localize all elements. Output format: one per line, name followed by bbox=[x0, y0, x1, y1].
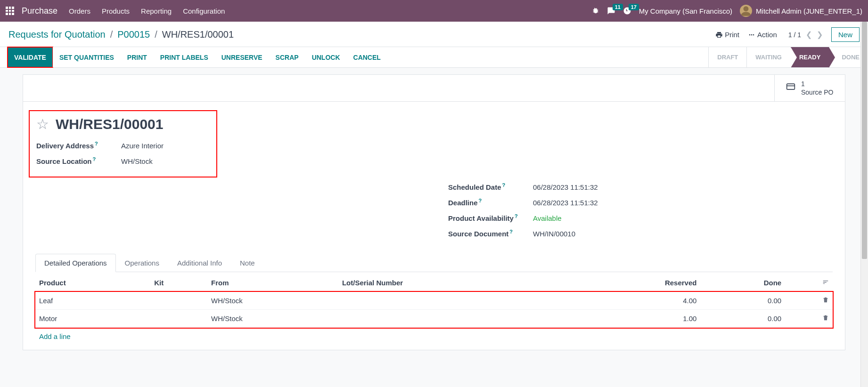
cell-reserved[interactable]: 1.00 bbox=[568, 310, 701, 328]
cell-from[interactable]: WH/Stock bbox=[207, 310, 338, 328]
tabs: Detailed Operations Operations Additiona… bbox=[35, 254, 833, 272]
add-line-button[interactable]: Add a line bbox=[35, 328, 833, 346]
cell-done[interactable]: 0.00 bbox=[700, 292, 785, 310]
pager-count[interactable]: 1 / 1 bbox=[788, 31, 801, 39]
breadcrumb: Requests for Quotation / P00015 / WH/RES… bbox=[8, 29, 234, 40]
operations-table: Product Kit From Lot/Serial Number Reser… bbox=[35, 274, 833, 345]
pager-prev[interactable]: ❮ bbox=[806, 30, 812, 39]
unlock-button[interactable]: Unlock bbox=[305, 47, 347, 67]
table-row[interactable]: Leaf WH/Stock 4.00 0.00 bbox=[35, 292, 833, 310]
actionbar: Validate Set Quantities Print Print Labe… bbox=[0, 47, 868, 68]
source-doc-label: Source Document bbox=[448, 230, 508, 238]
print-button[interactable]: Print bbox=[121, 47, 154, 67]
form-card: 1 Source PO ☆ WH/RES1/00001 Delivery Add… bbox=[23, 74, 845, 350]
stage-ready[interactable]: Ready bbox=[790, 47, 829, 67]
menu-reporting[interactable]: Reporting bbox=[141, 7, 172, 15]
help-icon[interactable]: ? bbox=[509, 229, 513, 234]
delete-row-icon[interactable] bbox=[822, 297, 829, 305]
messages-icon[interactable]: 11 bbox=[607, 7, 615, 15]
table-row[interactable]: Motor WH/Stock 1.00 0.00 bbox=[35, 310, 833, 328]
cell-from[interactable]: WH/Stock bbox=[207, 292, 338, 310]
credit-card-icon bbox=[785, 82, 796, 94]
help-icon[interactable]: ? bbox=[515, 213, 518, 219]
columns-settings-icon[interactable] bbox=[785, 274, 833, 292]
smart-buttons: 1 Source PO bbox=[23, 75, 845, 102]
tab-additional-info[interactable]: Additional Info bbox=[168, 254, 231, 272]
col-done[interactable]: Done bbox=[700, 274, 785, 292]
cell-done[interactable]: 0.00 bbox=[700, 310, 785, 328]
content: 1 Source PO ☆ WH/RES1/00001 Delivery Add… bbox=[0, 68, 868, 362]
print-labels-button[interactable]: Print Labels bbox=[154, 47, 215, 67]
print-menu[interactable]: Print bbox=[715, 31, 739, 39]
deadline-value: 06/28/2023 11:51:32 bbox=[533, 199, 598, 207]
cancel-button[interactable]: Cancel bbox=[347, 47, 387, 67]
toolbar: Requests for Quotation / P00015 / WH/RES… bbox=[0, 22, 868, 47]
stage-waiting[interactable]: Waiting bbox=[746, 47, 790, 67]
menu-orders[interactable]: Orders bbox=[69, 7, 90, 15]
cell-kit[interactable] bbox=[150, 292, 207, 310]
source-po-label: Source PO bbox=[801, 88, 833, 97]
scheduled-date-label: Scheduled Date bbox=[448, 183, 501, 191]
messages-badge: 11 bbox=[613, 4, 623, 10]
user-name: Mitchell Admin (JUNE_ENTER_1) bbox=[756, 7, 862, 15]
source-po-button[interactable]: 1 Source PO bbox=[774, 75, 845, 101]
tab-operations[interactable]: Operations bbox=[116, 254, 168, 272]
scheduled-date-value[interactable]: 06/28/2023 11:51:32 bbox=[533, 183, 598, 191]
svg-rect-1 bbox=[787, 84, 795, 89]
col-lot[interactable]: Lot/Serial Number bbox=[338, 274, 568, 292]
tab-detailed-operations[interactable]: Detailed Operations bbox=[35, 254, 116, 272]
delivery-address-value[interactable]: Azure Interior bbox=[121, 142, 164, 150]
breadcrumb-mid[interactable]: P00015 bbox=[117, 29, 150, 40]
cell-product[interactable]: Leaf bbox=[35, 292, 150, 310]
new-button[interactable]: New bbox=[831, 27, 860, 42]
help-icon[interactable]: ? bbox=[93, 156, 96, 162]
scrollbar[interactable] bbox=[860, 22, 868, 362]
cell-kit[interactable] bbox=[150, 310, 207, 328]
col-from[interactable]: From bbox=[207, 274, 338, 292]
availability-label: Product Availability bbox=[448, 214, 514, 222]
stage-draft[interactable]: Draft bbox=[708, 47, 746, 67]
tab-note[interactable]: Note bbox=[231, 254, 264, 272]
cell-reserved[interactable]: 4.00 bbox=[568, 292, 701, 310]
availability-value: Available bbox=[533, 214, 562, 222]
cell-product[interactable]: Motor bbox=[35, 310, 150, 328]
menu-configuration[interactable]: Configuration bbox=[183, 7, 225, 15]
svg-point-0 bbox=[744, 6, 749, 11]
help-icon[interactable]: ? bbox=[95, 141, 98, 146]
activities-badge: 17 bbox=[629, 4, 639, 10]
pager-next[interactable]: ❯ bbox=[817, 30, 823, 39]
action-menu[interactable]: Action bbox=[748, 31, 777, 39]
validate-button[interactable]: Validate bbox=[8, 47, 53, 67]
help-icon[interactable]: ? bbox=[502, 182, 506, 188]
avatar bbox=[740, 5, 752, 17]
col-kit[interactable]: Kit bbox=[150, 274, 207, 292]
scrap-button[interactable]: Scrap bbox=[269, 47, 305, 67]
menu-products[interactable]: Products bbox=[102, 7, 130, 15]
debug-icon[interactable] bbox=[592, 7, 599, 15]
delivery-address-label: Delivery Address bbox=[36, 142, 94, 150]
user-menu[interactable]: Mitchell Admin (JUNE_ENTER_1) bbox=[740, 5, 862, 17]
col-product[interactable]: Product bbox=[35, 274, 150, 292]
unreserve-button[interactable]: Unreserve bbox=[215, 47, 269, 67]
scrollbar-thumb[interactable] bbox=[862, 22, 867, 259]
source-doc-value[interactable]: WH/IN/00010 bbox=[533, 230, 575, 238]
star-icon[interactable]: ☆ bbox=[36, 116, 49, 132]
cell-lot[interactable] bbox=[338, 292, 568, 310]
cell-lot[interactable] bbox=[338, 310, 568, 328]
breadcrumb-root[interactable]: Requests for Quotation bbox=[8, 29, 106, 40]
navbar: Purchase Orders Products Reporting Confi… bbox=[0, 0, 868, 22]
activities-icon[interactable]: 17 bbox=[623, 7, 631, 15]
source-po-count: 1 bbox=[801, 80, 833, 88]
deadline-label: Deadline bbox=[448, 199, 478, 207]
delete-row-icon[interactable] bbox=[822, 314, 829, 322]
source-location-label: Source Location bbox=[36, 157, 92, 165]
apps-icon[interactable] bbox=[6, 7, 14, 15]
help-icon[interactable]: ? bbox=[479, 198, 482, 203]
pager: 1 / 1 ❮ ❯ bbox=[788, 30, 823, 39]
col-reserved[interactable]: Reserved bbox=[568, 274, 701, 292]
company-selector[interactable]: My Company (San Francisco) bbox=[639, 7, 732, 15]
record-title: WH/RES1/00001 bbox=[56, 116, 163, 132]
set-quantities-button[interactable]: Set Quantities bbox=[53, 47, 121, 67]
app-name[interactable]: Purchase bbox=[22, 6, 57, 16]
source-location-value[interactable]: WH/Stock bbox=[121, 157, 153, 165]
